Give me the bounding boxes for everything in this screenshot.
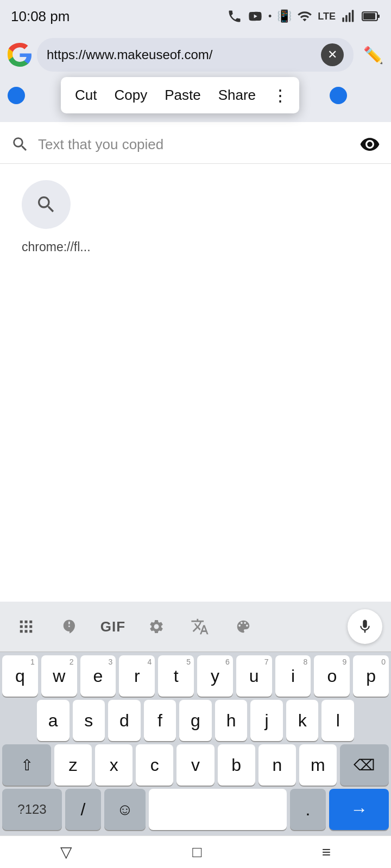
key-e[interactable]: e3 xyxy=(80,655,116,697)
key-o[interactable]: o9 xyxy=(314,655,350,697)
svg-rect-3 xyxy=(352,10,354,22)
key-s[interactable]: s xyxy=(73,700,105,741)
vibrate-icon: 📳 xyxy=(277,9,292,23)
signal-icon xyxy=(341,9,356,24)
key-p[interactable]: p0 xyxy=(353,655,389,697)
keyboard-palette-button[interactable] xyxy=(226,612,261,641)
home-button[interactable]: □ xyxy=(192,844,201,861)
key-k[interactable]: k xyxy=(286,700,319,741)
keyboard-gif-button[interactable]: GIF xyxy=(96,612,130,641)
search-area: Text that you copied xyxy=(0,122,391,164)
missed-call-icon xyxy=(227,9,242,24)
key-h[interactable]: h xyxy=(215,700,248,741)
status-icons: • 📳 LTE xyxy=(227,9,380,24)
url-clear-button[interactable]: ✕ xyxy=(321,43,344,66)
paste-button[interactable]: Paste xyxy=(161,82,204,108)
edit-icon[interactable]: ✏️ xyxy=(363,46,383,65)
battery-icon xyxy=(362,10,380,22)
enter-key[interactable]: → xyxy=(329,789,389,830)
selection-handles-row: Cut Copy Paste Share ⋮ xyxy=(0,77,391,122)
keyboard-keys: q1 w2 e3 r4 t5 y6 u7 i8 o9 p0 a s d f g … xyxy=(0,652,391,835)
key-b[interactable]: b xyxy=(218,744,255,786)
key-r[interactable]: r4 xyxy=(119,655,155,697)
recent-section: chrome://fl... xyxy=(0,164,391,271)
symbols-key[interactable]: ?123 xyxy=(2,789,62,830)
url-text: https://www.makeuseof.com/ xyxy=(47,47,321,62)
key-i[interactable]: i8 xyxy=(275,655,311,697)
nav-bar: ▽ □ ≡ xyxy=(0,835,391,868)
text-context-menu: Cut Copy Paste Share ⋮ xyxy=(61,77,299,113)
back-button[interactable]: ▽ xyxy=(60,843,72,861)
url-input-field[interactable]: https://www.makeuseof.com/ ✕ xyxy=(37,38,354,72)
recent-search-icon xyxy=(35,194,57,215)
backspace-key[interactable]: ⌫ xyxy=(340,744,389,786)
shift-key[interactable]: ⇧ xyxy=(2,744,51,786)
selection-handle-left xyxy=(8,87,25,104)
svg-rect-2 xyxy=(349,12,351,22)
url-bar-container: https://www.makeuseof.com/ ✕ ✏️ xyxy=(0,33,391,77)
key-row-2: a s d f g h j k l xyxy=(2,700,389,741)
selection-handle-right xyxy=(330,87,347,104)
key-v[interactable]: v xyxy=(176,744,214,786)
key-d[interactable]: d xyxy=(108,700,141,741)
key-q[interactable]: q1 xyxy=(2,655,38,697)
wifi-icon xyxy=(297,9,312,24)
keyboard-mic-button[interactable] xyxy=(348,609,382,644)
key-g[interactable]: g xyxy=(179,700,212,741)
google-logo xyxy=(8,43,31,67)
keyboard-toolbar: GIF xyxy=(0,602,391,652)
keyboard-settings-button[interactable] xyxy=(139,612,174,641)
slash-key[interactable]: / xyxy=(65,789,101,830)
key-w[interactable]: w2 xyxy=(41,655,77,697)
eye-icon xyxy=(360,134,380,155)
key-c[interactable]: c xyxy=(136,744,173,786)
lte-icon: LTE xyxy=(318,11,336,22)
more-options-button[interactable]: ⋮ xyxy=(272,86,288,105)
svg-rect-0 xyxy=(342,17,344,22)
recents-button[interactable]: ≡ xyxy=(322,844,331,861)
spacer-right xyxy=(357,700,389,741)
keyboard: GIF q1 w2 e3 r4 t5 y6 u7 i8 o9 p0 xyxy=(0,602,391,835)
key-t[interactable]: t5 xyxy=(158,655,194,697)
gif-label: GIF xyxy=(100,618,125,635)
key-row-1: q1 w2 e3 r4 t5 y6 u7 i8 o9 p0 xyxy=(2,655,389,697)
svg-rect-6 xyxy=(377,15,380,18)
status-time: 10:08 pm xyxy=(11,8,70,25)
key-l[interactable]: l xyxy=(321,700,354,741)
cut-button[interactable]: Cut xyxy=(72,82,100,108)
spacer-left xyxy=(2,700,34,741)
search-icon xyxy=(11,135,29,154)
recent-item-label[interactable]: chrome://fl... xyxy=(22,240,91,254)
keyboard-translate-button[interactable] xyxy=(182,612,217,641)
key-n[interactable]: n xyxy=(258,744,296,786)
key-m[interactable]: m xyxy=(299,744,337,786)
key-a[interactable]: a xyxy=(37,700,70,741)
recent-icon-wrap[interactable] xyxy=(22,180,71,229)
youtube-icon xyxy=(248,9,263,24)
key-x[interactable]: x xyxy=(95,744,133,786)
key-j[interactable]: j xyxy=(250,700,283,741)
key-row-4: ?123 / ☺ . → xyxy=(2,789,389,830)
keyboard-grid-button[interactable] xyxy=(9,612,43,641)
key-u[interactable]: u7 xyxy=(236,655,272,697)
close-icon: ✕ xyxy=(327,49,337,61)
copy-button[interactable]: Copy xyxy=(111,82,150,108)
key-f[interactable]: f xyxy=(144,700,176,741)
emoji-key[interactable]: ☺ xyxy=(104,789,146,830)
status-bar: 10:08 pm • 📳 LTE xyxy=(0,0,391,33)
share-button[interactable]: Share xyxy=(215,82,259,108)
key-row-3: ⇧ z x c v b n m ⌫ xyxy=(2,744,389,786)
period-key[interactable]: . xyxy=(290,789,326,830)
dot-indicator: • xyxy=(268,11,272,22)
key-z[interactable]: z xyxy=(54,744,92,786)
svg-rect-5 xyxy=(363,13,375,20)
keyboard-sticker-button[interactable] xyxy=(52,612,87,641)
search-placeholder[interactable]: Text that you copied xyxy=(38,136,351,153)
space-key[interactable] xyxy=(149,789,287,830)
svg-rect-1 xyxy=(345,15,348,22)
key-y[interactable]: y6 xyxy=(197,655,233,697)
